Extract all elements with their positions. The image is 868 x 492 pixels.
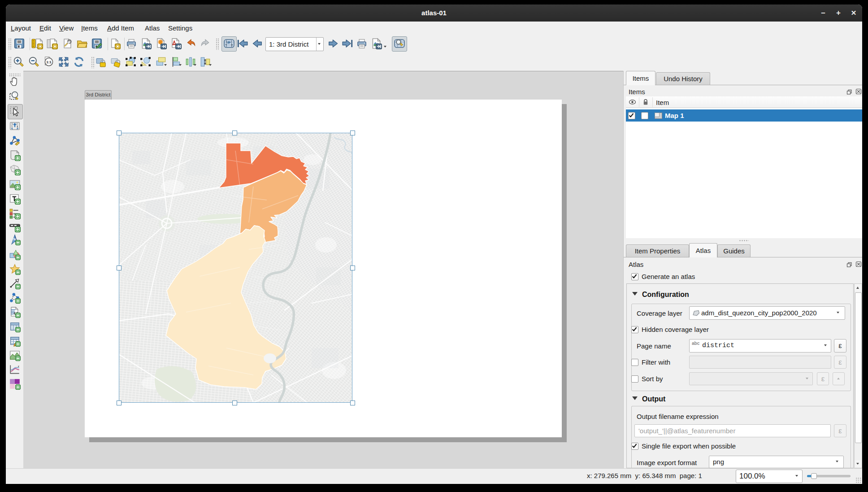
svg-text:1:1: 1:1 [46, 60, 52, 64]
